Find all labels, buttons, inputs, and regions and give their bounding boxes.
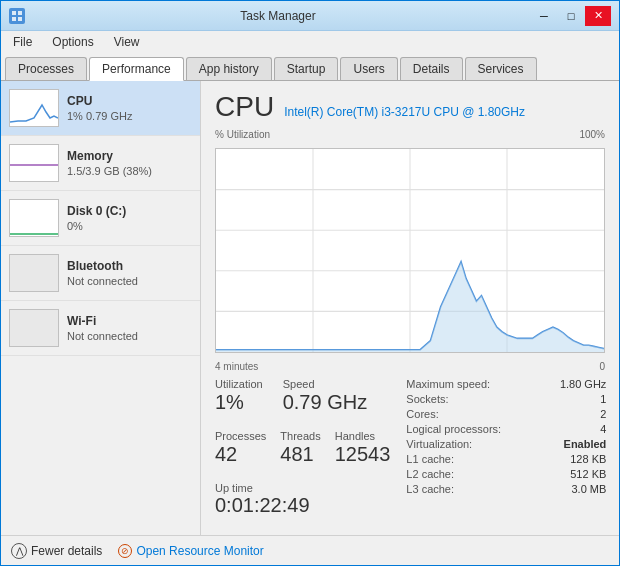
memory-info: Memory 1.5/3.9 GB (38%): [67, 149, 192, 177]
disk-value: 0%: [67, 220, 192, 232]
tab-details[interactable]: Details: [400, 57, 463, 80]
chart-y-max: 100%: [579, 129, 605, 140]
memory-label: Memory: [67, 149, 192, 163]
main-content: CPU 1% 0.79 GHz Memory 1.5/3.9 GB (38%): [1, 81, 619, 535]
sockets-key: Sockets:: [406, 393, 448, 405]
window-title: Task Manager: [25, 9, 531, 23]
wifi-label: Wi-Fi: [67, 314, 192, 328]
menu-options[interactable]: Options: [44, 33, 101, 51]
l1-row: L1 cache: 128 KB: [406, 453, 606, 465]
handles-stat: Handles 12543: [335, 430, 391, 466]
l2-row: L2 cache: 512 KB: [406, 468, 606, 480]
open-resource-monitor-link[interactable]: ⊘ Open Resource Monitor: [118, 544, 263, 558]
cpu-chart: [215, 148, 605, 353]
uptime-label: Up time: [215, 482, 390, 494]
disk-info: Disk 0 (C:) 0%: [67, 204, 192, 232]
tab-bar: Processes Performance App history Startu…: [1, 53, 619, 81]
minimize-button[interactable]: ─: [531, 6, 557, 26]
bluetooth-thumbnail: [9, 254, 59, 292]
bluetooth-label: Bluetooth: [67, 259, 192, 273]
sockets-val: 1: [600, 393, 606, 405]
svg-rect-0: [12, 11, 16, 15]
wifi-thumbnail: [9, 309, 59, 347]
fewer-details-button[interactable]: ⋀ Fewer details: [11, 543, 102, 559]
tab-app-history[interactable]: App history: [186, 57, 272, 80]
tab-processes[interactable]: Processes: [5, 57, 87, 80]
open-monitor-label: Open Resource Monitor: [136, 544, 263, 558]
close-button[interactable]: ✕: [585, 6, 611, 26]
speed-stat: Speed 0.79 GHz: [283, 378, 367, 414]
handles-label: Handles: [335, 430, 391, 442]
virtualization-key: Virtualization:: [406, 438, 472, 450]
sidebar: CPU 1% 0.79 GHz Memory 1.5/3.9 GB (38%): [1, 81, 201, 535]
utilization-value: 1%: [215, 390, 263, 414]
wifi-value: Not connected: [67, 330, 192, 342]
window-controls: ─ □ ✕: [531, 6, 611, 26]
svg-rect-6: [10, 200, 58, 236]
disk-thumbnail: [9, 199, 59, 237]
tab-users[interactable]: Users: [340, 57, 397, 80]
chart-y-min: 0: [599, 361, 605, 372]
title-bar: Task Manager ─ □ ✕: [1, 1, 619, 31]
speed-value: 0.79 GHz: [283, 390, 367, 414]
wifi-info: Wi-Fi Not connected: [67, 314, 192, 342]
sidebar-item-memory[interactable]: Memory 1.5/3.9 GB (38%): [1, 136, 200, 191]
processes-value: 42: [215, 442, 266, 466]
max-speed-row: Maximum speed: 1.80 GHz: [406, 378, 606, 390]
threads-label: Threads: [280, 430, 320, 442]
l2-key: L2 cache:: [406, 468, 454, 480]
l3-row: L3 cache: 3.0 MB: [406, 483, 606, 495]
info-col: Maximum speed: 1.80 GHz Sockets: 1 Cores…: [406, 378, 606, 525]
processes-stat: Processes 42: [215, 430, 266, 466]
logical-proc-row: Logical processors: 4: [406, 423, 606, 435]
cpu-thumbnail: [9, 89, 59, 127]
uptime-value: 0:01:22:49: [215, 494, 390, 517]
handles-value: 12543: [335, 442, 391, 466]
fewer-details-label: Fewer details: [31, 544, 102, 558]
chart-bottom-labels: 4 minutes 0: [215, 361, 605, 372]
stats-area: Utilization 1% Speed 0.79 GHz Processes …: [215, 378, 605, 525]
svg-rect-8: [10, 310, 58, 346]
threads-stat: Threads 481: [280, 430, 320, 466]
svg-rect-5: [10, 145, 58, 181]
threads-value: 481: [280, 442, 320, 466]
sidebar-item-wifi[interactable]: Wi-Fi Not connected: [1, 301, 200, 356]
footer: ⋀ Fewer details ⊘ Open Resource Monitor: [1, 535, 619, 565]
svg-rect-3: [18, 17, 22, 21]
maximize-button[interactable]: □: [558, 6, 584, 26]
title-bar-left: [9, 8, 25, 24]
max-speed-val: 1.80 GHz: [560, 378, 606, 390]
l1-val: 128 KB: [570, 453, 606, 465]
max-speed-key: Maximum speed:: [406, 378, 490, 390]
stats-left: Utilization 1% Speed 0.79 GHz Processes …: [215, 378, 390, 525]
main-panel: CPU Intel(R) Core(TM) i3-3217U CPU @ 1.8…: [201, 81, 619, 535]
tab-startup[interactable]: Startup: [274, 57, 339, 80]
cores-val: 2: [600, 408, 606, 420]
virtualization-val: Enabled: [564, 438, 607, 450]
l3-key: L3 cache:: [406, 483, 454, 495]
tab-performance[interactable]: Performance: [89, 57, 184, 81]
tab-services[interactable]: Services: [465, 57, 537, 80]
cores-row: Cores: 2: [406, 408, 606, 420]
l1-key: L1 cache:: [406, 453, 454, 465]
task-manager-window: Task Manager ─ □ ✕ File Options View Pro…: [0, 0, 620, 566]
logical-proc-val: 4: [600, 423, 606, 435]
menu-file[interactable]: File: [5, 33, 40, 51]
resource-detail: Intel(R) Core(TM) i3-3217U CPU @ 1.80GHz: [284, 105, 525, 119]
utilization-stat: Utilization 1%: [215, 378, 263, 414]
app-icon: [9, 8, 25, 24]
bluetooth-info: Bluetooth Not connected: [67, 259, 192, 287]
bluetooth-value: Not connected: [67, 275, 192, 287]
virtualization-row: Virtualization: Enabled: [406, 438, 606, 450]
sidebar-item-bluetooth[interactable]: Bluetooth Not connected: [1, 246, 200, 301]
processes-label: Processes: [215, 430, 266, 442]
chevron-up-icon: ⋀: [11, 543, 27, 559]
main-title-area: CPU Intel(R) Core(TM) i3-3217U CPU @ 1.8…: [215, 91, 605, 123]
menu-view[interactable]: View: [106, 33, 148, 51]
cpu-label: CPU: [67, 94, 192, 108]
svg-rect-7: [10, 255, 58, 291]
sidebar-item-disk[interactable]: Disk 0 (C:) 0%: [1, 191, 200, 246]
cores-key: Cores:: [406, 408, 438, 420]
sidebar-item-cpu[interactable]: CPU 1% 0.79 GHz: [1, 81, 200, 136]
menu-bar: File Options View: [1, 31, 619, 53]
